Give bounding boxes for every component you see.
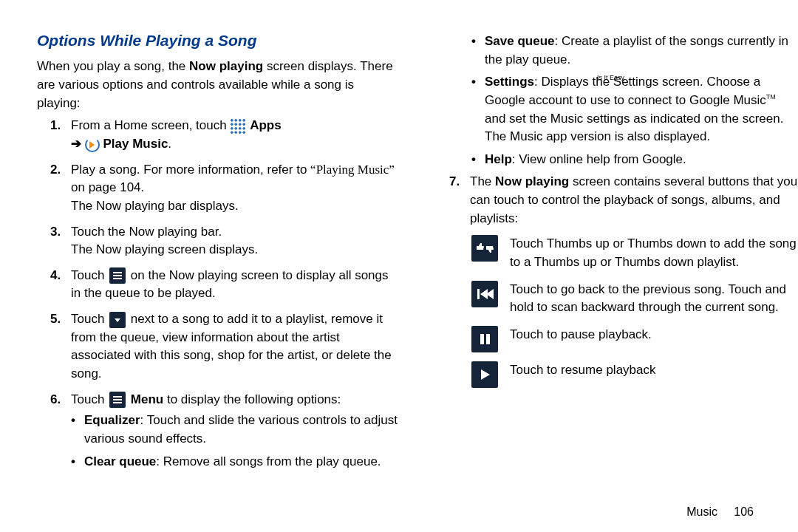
control-previous: Touch to go back to the previous song. T… <box>470 281 798 317</box>
svg-rect-11 <box>486 334 490 344</box>
step-3: 3. Touch the Now playing bar. The Now pl… <box>50 223 399 259</box>
option-clear-queue: Clear queue: Remove all songs from the p… <box>71 453 399 471</box>
control-thumbs: Touch Thumbs up or Thumbs down to add th… <box>470 235 798 271</box>
svg-rect-7 <box>477 289 480 299</box>
step-4: 4. Touch on the Now playing screen to di… <box>50 267 399 303</box>
menu-icon <box>109 392 126 408</box>
svg-rect-10 <box>480 334 484 344</box>
option-settings: Settings: Displays the Settings screen. … <box>471 73 798 146</box>
intro-text: When you play a song, the Now playing sc… <box>37 58 399 112</box>
arrow-icon: ➔ <box>71 137 81 151</box>
step-1: 1. From a Home screen, touch Apps ➔ Play… <box>50 117 399 153</box>
play-icon <box>471 361 498 388</box>
svg-marker-3 <box>115 318 120 322</box>
previous-icon <box>471 281 498 307</box>
play-music-icon <box>85 137 100 152</box>
option-equalizer: Equalizer: Touch and slide the various c… <box>71 412 399 448</box>
queue-icon <box>109 267 126 284</box>
section-heading: Options While Playing a Song <box>37 30 399 52</box>
cross-reference: “Playing Music” <box>310 163 395 177</box>
apps-icon <box>230 118 246 134</box>
svg-marker-12 <box>481 369 490 380</box>
control-pause: Touch to pause playback. <box>470 326 798 352</box>
option-save-queue: Save queue: Create a playlist of the son… <box>471 33 798 69</box>
page-footer: Music 106 <box>686 503 754 520</box>
step-5: 5. Touch next to a song to add it to a p… <box>50 310 399 383</box>
step-7: 7. The Now playing screen contains sever… <box>449 173 798 228</box>
control-play: Touch to resume playback <box>470 361 798 388</box>
pause-icon <box>471 326 498 352</box>
thumbs-icon <box>471 235 498 262</box>
step-2: 2. Play a song. For more information, re… <box>50 161 399 216</box>
song-options-icon <box>109 312 126 328</box>
step-6: 6. Touch Menu to display the following o… <box>50 391 399 471</box>
option-help: Help: View online help from Google. <box>471 151 798 169</box>
